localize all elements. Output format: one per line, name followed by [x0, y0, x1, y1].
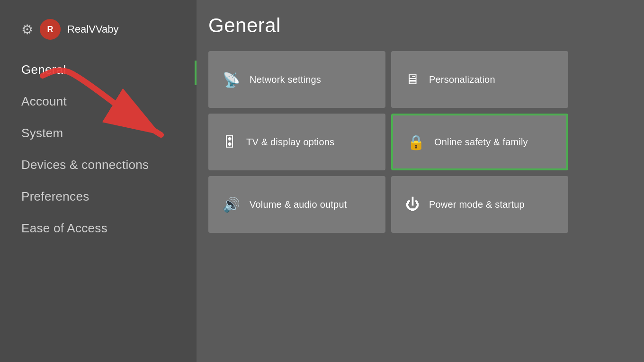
- sidebar-item-system[interactable]: System: [21, 117, 197, 149]
- sidebar: ⚙ R RealVVaby General Account System Dev…: [0, 0, 197, 362]
- avatar: R: [40, 19, 61, 40]
- network-icon: 📡: [223, 71, 240, 88]
- nav-list: General Account System Devices & connect…: [0, 54, 197, 244]
- tile-power[interactable]: ⏻ Power mode & startup: [391, 176, 568, 233]
- power-icon: ⏻: [405, 196, 420, 212]
- sidebar-item-preferences[interactable]: Preferences: [21, 181, 197, 212]
- main-content: General 📡 Network settings 🖥 Personaliza…: [208, 14, 635, 233]
- gear-icon: ⚙: [21, 22, 33, 37]
- tv-display-icon: 🎛: [223, 134, 237, 150]
- tile-power-label: Power mode & startup: [429, 199, 525, 210]
- username: RealVVaby: [67, 23, 118, 35]
- tile-network-label: Network settings: [250, 74, 321, 85]
- personalization-icon: 🖥: [405, 71, 420, 88]
- sidebar-item-general[interactable]: General: [21, 54, 197, 86]
- tile-personalization-label: Personalization: [429, 74, 495, 85]
- sidebar-item-ease[interactable]: Ease of Access: [21, 212, 197, 244]
- tile-volume-label: Volume & audio output: [250, 199, 347, 210]
- sidebar-item-devices[interactable]: Devices & connections: [21, 149, 197, 181]
- tile-personalization[interactable]: 🖥 Personalization: [391, 51, 568, 108]
- tile-network[interactable]: 📡 Network settings: [208, 51, 385, 108]
- sidebar-item-account[interactable]: Account: [21, 86, 197, 117]
- user-header: ⚙ R RealVVaby: [0, 14, 197, 54]
- tile-online-safety[interactable]: 🔒 Online safety & family: [391, 114, 568, 170]
- settings-grid: 📡 Network settings 🖥 Personalization 🎛 T…: [208, 51, 568, 233]
- tile-tv-display[interactable]: 🎛 TV & display options: [208, 114, 385, 170]
- online-safety-icon: 🔒: [407, 134, 425, 150]
- volume-icon: 🔊: [223, 196, 240, 213]
- active-indicator: [195, 61, 197, 85]
- page-title: General: [208, 14, 635, 37]
- tile-volume[interactable]: 🔊 Volume & audio output: [208, 176, 385, 233]
- tile-online-safety-label: Online safety & family: [434, 137, 528, 148]
- tile-tv-display-label: TV & display options: [246, 137, 334, 148]
